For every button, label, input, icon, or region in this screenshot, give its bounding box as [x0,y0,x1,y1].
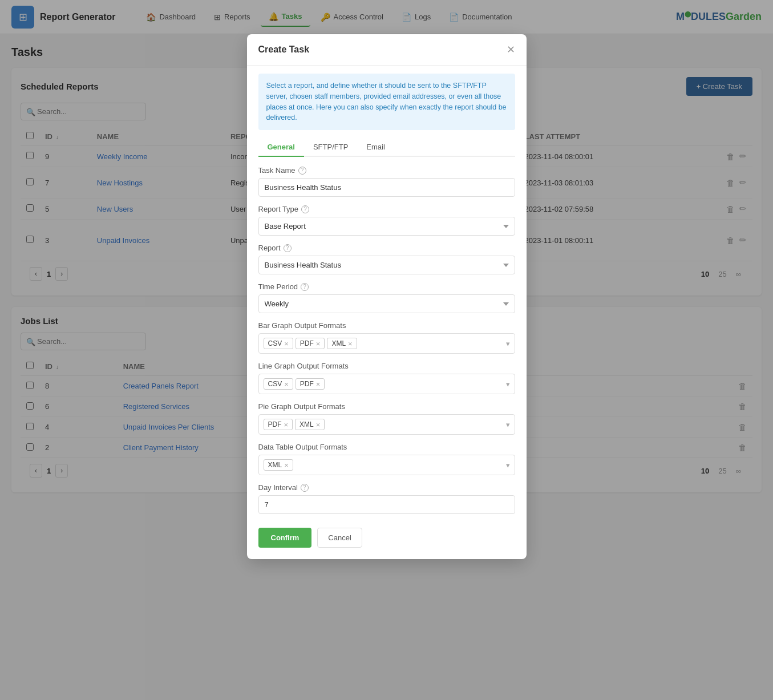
remove-xml-data[interactable]: × [284,462,289,469]
modal-body: Select a report, and define whether it s… [247,74,527,515]
report-type-label: Report Type ? [258,205,515,213]
bar-graph-label: Bar Graph Output Formats [258,321,515,330]
time-period-group: Time Period ? Weekly [258,282,515,313]
task-name-label: Task Name ? [258,166,515,175]
modal-close-button[interactable]: ✕ [507,43,515,56]
time-period-label: Time Period ? [258,282,515,291]
data-table-tag-input[interactable]: XML × ▾ [258,455,515,475]
tag-csv-line: CSV × [264,378,293,390]
tag-pdf-bar: PDF × [296,338,325,349]
modal-title: Create Task [258,44,310,55]
line-graph-chevron[interactable]: ▾ [506,380,510,389]
pie-graph-label: Pie Graph Output Formats [258,402,515,411]
tab-email[interactable]: Email [357,138,394,157]
tag-pdf-pie: PDF × [264,419,293,430]
report-help-icon[interactable]: ? [284,244,292,252]
day-interval-group: Day Interval ? [258,483,515,514]
create-task-modal: Create Task ✕ Select a report, and defin… [247,34,527,515]
tag-xml-bar: XML × [327,338,357,349]
tag-csv-bar: CSV × [264,338,293,349]
modal-info-text: Select a report, and define whether it s… [258,74,515,130]
bar-graph-chevron[interactable]: ▾ [506,339,510,348]
bar-graph-tag-input[interactable]: CSV × PDF × XML × ▾ [258,333,515,354]
modal-tabs: General SFTP/FTP Email [258,138,515,157]
task-name-input[interactable] [258,178,515,197]
time-period-help-icon[interactable]: ? [301,283,309,291]
tag-xml-data: XML × [264,459,293,471]
report-group: Report ? Business Health Status [258,244,515,274]
modal-header: Create Task ✕ [247,34,527,66]
tag-pdf-line: PDF × [296,378,325,390]
task-name-group: Task Name ? [258,166,515,197]
day-interval-label: Day Interval ? [258,483,515,492]
tag-xml-pie: XML × [295,419,325,430]
line-graph-label: Line Graph Output Formats [258,362,515,370]
tab-general[interactable]: General [258,138,304,157]
time-period-select[interactable]: Weekly [258,294,515,313]
day-interval-help-icon[interactable]: ? [301,484,309,492]
pie-graph-tag-input[interactable]: PDF × XML × ▾ [258,414,515,435]
report-select[interactable]: Business Health Status [258,256,515,274]
remove-xml-pie[interactable]: × [316,421,321,428]
report-label: Report ? [258,244,515,252]
remove-pdf-bar[interactable]: × [316,340,321,347]
line-graph-tag-input[interactable]: CSV × PDF × ▾ [258,374,515,394]
tab-sftp[interactable]: SFTP/FTP [304,138,357,157]
report-type-select[interactable]: Base Report [258,217,515,236]
modal-overlay: Create Task ✕ Select a report, and defin… [0,0,773,515]
remove-pdf-pie[interactable]: × [284,421,289,428]
remove-pdf-line[interactable]: × [316,381,321,388]
remove-xml-bar[interactable]: × [348,340,353,347]
pie-graph-group: Pie Graph Output Formats PDF × XML × ▾ [258,402,515,435]
remove-csv-bar[interactable]: × [284,340,289,347]
bar-graph-group: Bar Graph Output Formats CSV × PDF × XML… [258,321,515,354]
report-type-help-icon[interactable]: ? [301,205,309,213]
pie-graph-chevron[interactable]: ▾ [506,420,510,429]
data-table-label: Data Table Output Formats [258,443,515,451]
report-type-group: Report Type ? Base Report [258,205,515,236]
data-table-group: Data Table Output Formats XML × ▾ [258,443,515,475]
remove-csv-line[interactable]: × [284,381,289,388]
day-interval-input[interactable] [258,495,515,514]
task-name-help-icon[interactable]: ? [298,167,306,175]
data-table-chevron[interactable]: ▾ [506,461,510,470]
line-graph-group: Line Graph Output Formats CSV × PDF × ▾ [258,362,515,394]
